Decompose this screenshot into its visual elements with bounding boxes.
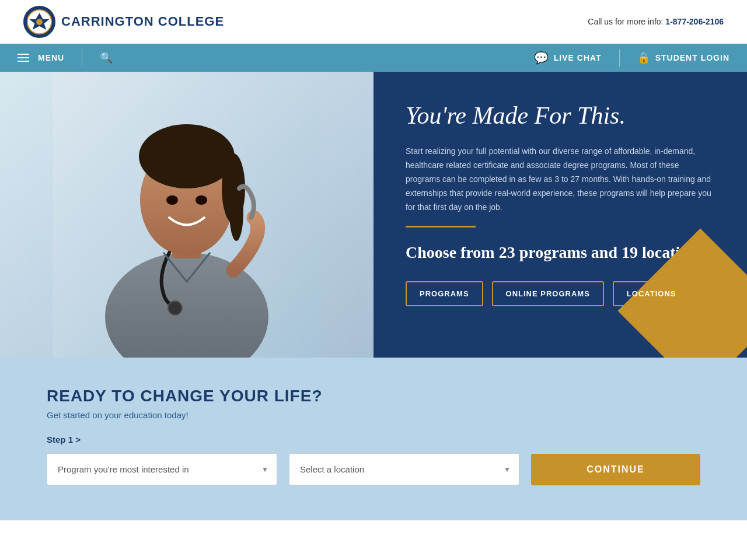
program-select[interactable]: Program you're most interested in Dental…	[47, 453, 277, 485]
hero-person-svg	[53, 72, 321, 358]
student-login-label: STUDENT LOGIN	[655, 53, 729, 62]
nav-divider-1	[82, 49, 82, 66]
hero-title: You're Made For This.	[406, 101, 715, 130]
live-chat-link[interactable]: 💬 LIVE CHAT	[534, 51, 602, 65]
hero-section: You're Made For This. Start realizing yo…	[0, 72, 747, 358]
svg-point-1	[36, 19, 43, 25]
hero-content: You're Made For This. Start realizing yo…	[374, 72, 747, 358]
svg-point-9	[166, 195, 178, 205]
menu-icon[interactable]	[18, 54, 29, 62]
logo-icon	[23, 6, 55, 38]
hero-subtitle: Choose from 23 programs and 19 locations…	[406, 242, 715, 263]
location-select[interactable]: Select a location Albuquerque, NM Boise,…	[289, 453, 519, 485]
site-header: CARRINGTON COLLEGE Call us for more info…	[0, 0, 747, 44]
cta-subtitle: Get started on your education today!	[47, 410, 700, 420]
step-label: Step 1 >	[47, 435, 700, 444]
locations-button[interactable]: LOCATIONS	[613, 281, 690, 306]
search-icon[interactable]: 🔍	[100, 51, 113, 64]
main-navbar: MENU 🔍 💬 LIVE CHAT 🔒 STUDENT LOGIN	[0, 44, 747, 72]
hero-image	[0, 72, 374, 358]
svg-point-8	[229, 183, 243, 241]
menu-label[interactable]: MENU	[38, 53, 64, 62]
location-select-wrapper: Select a location Albuquerque, NM Boise,…	[289, 453, 519, 485]
lock-icon: 🔒	[637, 51, 651, 64]
cta-form: Program you're most interested in Dental…	[47, 453, 700, 485]
nav-right: 💬 LIVE CHAT 🔒 STUDENT LOGIN	[534, 49, 729, 66]
program-select-wrapper: Program you're most interested in Dental…	[47, 453, 277, 485]
college-name: CARRINGTON COLLEGE	[61, 14, 224, 29]
hero-photo-bg	[0, 72, 374, 358]
cta-section: READY TO CHANGE YOUR LIFE? Get started o…	[0, 358, 747, 520]
phone-info: Call us for more info: 1-877-206-2106	[588, 17, 724, 26]
online-programs-button[interactable]: ONLINE PROGRAMS	[492, 281, 604, 306]
nav-left: MENU 🔍	[18, 49, 113, 66]
svg-point-10	[196, 195, 207, 205]
live-chat-label: LIVE CHAT	[554, 53, 602, 62]
programs-button[interactable]: PROGRAMS	[406, 281, 483, 306]
logo-area: CARRINGTON COLLEGE	[23, 6, 224, 38]
hero-buttons: PROGRAMS ONLINE PROGRAMS LOCATIONS	[406, 281, 715, 306]
svg-point-6	[139, 124, 235, 188]
cta-title: READY TO CHANGE YOUR LIFE?	[47, 387, 700, 405]
svg-point-11	[168, 301, 182, 315]
phone-label: Call us for more info:	[588, 17, 663, 26]
chat-icon: 💬	[534, 51, 549, 65]
hero-body-text: Start realizing your full potential with…	[406, 145, 715, 214]
phone-number: 1-877-206-2106	[665, 17, 724, 26]
nav-divider-2	[619, 49, 620, 66]
continue-button[interactable]: CONTINUE	[531, 454, 700, 485]
student-login-link[interactable]: 🔒 STUDENT LOGIN	[637, 51, 729, 64]
hero-divider	[406, 226, 476, 228]
